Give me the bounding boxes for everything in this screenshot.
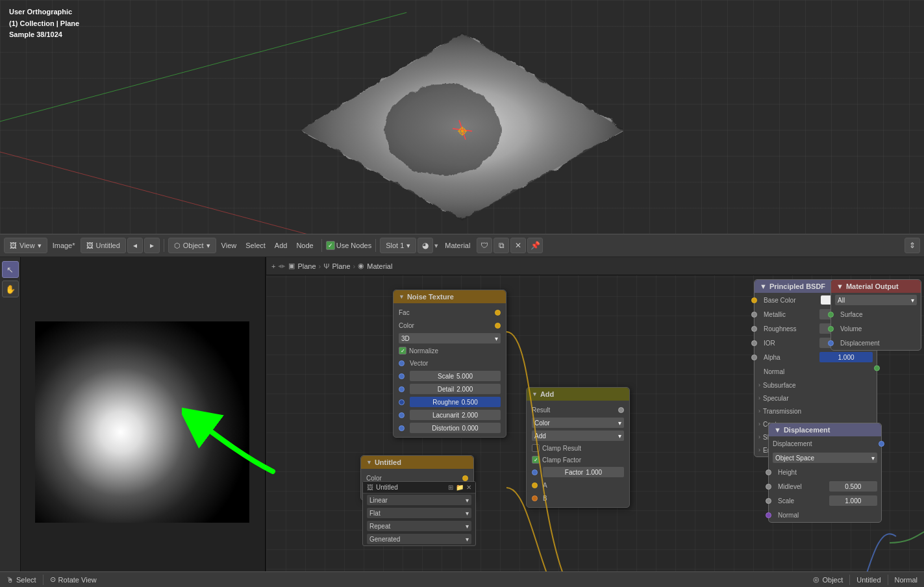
- add-mode-row[interactable]: Add ▾: [527, 429, 629, 442]
- clamp-factor-checkbox[interactable]: ✓: [532, 456, 540, 464]
- midlevel-socket: [766, 484, 771, 490]
- browse-icon[interactable]: 📁: [456, 484, 464, 491]
- repeat-dropdown[interactable]: Repeat ▾: [367, 521, 471, 531]
- pin-icon-btn[interactable]: 📌: [527, 238, 543, 253]
- volume-socket: [828, 326, 834, 332]
- expand-icon-btn[interactable]: ⇕: [905, 238, 920, 253]
- mat-all-row[interactable]: All ▾: [831, 293, 921, 307]
- linear-row[interactable]: Linear ▾: [363, 493, 475, 506]
- viewport-sample: Sample 38/1024: [9, 29, 79, 41]
- noise-mode-dropdown[interactable]: 3D ▾: [399, 333, 501, 343]
- flat-row[interactable]: Flat ▾: [363, 506, 475, 519]
- displacement-node[interactable]: ▼ Displacement Displacement Object Space…: [768, 423, 882, 523]
- noise-normalize-checkbox[interactable]: ✓: [399, 347, 406, 355]
- add-color-dropdown[interactable]: Color ▾: [532, 418, 624, 428]
- bsdf-alpha-row[interactable]: Alpha 1.000: [755, 350, 877, 364]
- noise-scale-row[interactable]: Scale 5.000: [393, 369, 506, 382]
- noise-lacunarity-socket: [399, 412, 405, 418]
- scale-field[interactable]: 1.000: [829, 495, 878, 506]
- noise-color-row: Color: [393, 319, 506, 332]
- noise-color-socket: [495, 323, 501, 329]
- use-nodes-label[interactable]: Use Nodes: [336, 242, 371, 249]
- noise-detail-field[interactable]: Detail 2.000: [410, 384, 501, 394]
- bsdf-transmission-row[interactable]: › Transmission: [755, 405, 877, 418]
- dropdown-arrow-2: ▾: [434, 242, 438, 250]
- add-color-row[interactable]: Color ▾: [527, 416, 629, 429]
- view1-button[interactable]: 🖼 View ▾: [4, 238, 47, 253]
- copy-icon-btn[interactable]: ⧉: [493, 238, 509, 253]
- midlevel-field[interactable]: 0.500: [829, 481, 878, 492]
- view2-button[interactable]: View: [218, 238, 241, 253]
- breadcrumb-bar: + ◂▸ ▣ Plane › Ψ Plane › ◉ Material: [266, 257, 924, 275]
- close-sub-icon[interactable]: ✕: [466, 484, 471, 491]
- extra-btn1[interactable]: ◂: [127, 238, 143, 253]
- extra-btn2[interactable]: ▸: [144, 238, 160, 253]
- bsdf-specular-row[interactable]: › Specular: [755, 392, 877, 405]
- noise-scale-socket: [399, 373, 405, 379]
- image-subpanel[interactable]: 🖼 Untitled ⊞ 📁 ✕ Linear ▾ Flat ▾ Repeat …: [362, 481, 476, 546]
- material-output-node[interactable]: ▼ Material Output All ▾ Surface Volume D…: [830, 279, 921, 351]
- select-button[interactable]: Select: [242, 238, 269, 253]
- breadcrumb-plane1[interactable]: Plane: [297, 262, 316, 270]
- disp-scale-row[interactable]: Scale 1.000: [769, 493, 881, 508]
- noise-lacunarity-row[interactable]: Lacunarit 2.000: [393, 408, 506, 421]
- add-node[interactable]: ▼ Add Result Color ▾ Add ▾: [526, 387, 630, 508]
- scroll-icon: ⊙: [50, 575, 56, 584]
- noise-normalize-row[interactable]: ✓ Normalize: [393, 345, 506, 356]
- mat-all-dropdown[interactable]: All ▾: [835, 295, 917, 305]
- noise-roughness-row[interactable]: Roughne 0.500: [393, 395, 506, 408]
- viewport: User Orthographic (1) Collection | Plane…: [0, 0, 924, 234]
- height-socket: [766, 469, 771, 475]
- add-clamp-factor-row[interactable]: ✓ Clamp Factor: [527, 454, 629, 466]
- disp-space-dropdown[interactable]: Object Space ▾: [773, 453, 877, 463]
- bsdf-metallic-socket: [751, 312, 757, 318]
- status-rotate: ⊙ Rotate View: [44, 575, 103, 584]
- noise-distortion-row[interactable]: Distortion 0.000: [393, 421, 506, 434]
- linear-dropdown[interactable]: Linear ▾: [367, 495, 471, 505]
- add-clamp-result-row[interactable]: Clamp Result: [527, 442, 629, 454]
- noise-detail-row[interactable]: Detail 2.000: [393, 382, 506, 395]
- bsdf-roughness-socket: [751, 326, 757, 332]
- breadcrumb-plane2[interactable]: Plane: [332, 262, 350, 270]
- untitled-dropdown[interactable]: 🖼 Untitled: [81, 238, 126, 253]
- disp-midlevel-row[interactable]: Midlevel 0.500: [769, 479, 881, 493]
- new-icon[interactable]: ⊞: [448, 484, 453, 491]
- tool-cursor[interactable]: ↖: [2, 261, 19, 278]
- use-nodes-checkbox[interactable]: ✓: [326, 241, 335, 250]
- mat-volume-row: Volume: [831, 321, 921, 336]
- noise-texture-node[interactable]: ▼ Noise Texture Fac Color 3D ▾ ✓ Normali…: [393, 290, 506, 438]
- disp-space-row[interactable]: Object Space ▾: [769, 451, 881, 465]
- normal-socket: [766, 512, 771, 518]
- shield-icon-btn[interactable]: 🛡: [477, 238, 492, 253]
- add-result-row: Result: [527, 403, 629, 416]
- noise-detail-socket: [399, 386, 405, 392]
- sphere-icon-btn[interactable]: ◕: [418, 238, 433, 253]
- add-a-socket: [532, 482, 538, 488]
- alpha-field[interactable]: 1.000: [819, 352, 873, 362]
- noise-lacunarity-field[interactable]: Lacunarit 2.000: [410, 410, 501, 420]
- repeat-row[interactable]: Repeat ▾: [363, 519, 475, 532]
- close-icon-btn[interactable]: ✕: [510, 238, 526, 253]
- image-preview: [35, 321, 249, 523]
- generated-dropdown[interactable]: Generated ▾: [367, 534, 471, 544]
- add-factor-row[interactable]: Factor 1.000: [527, 466, 629, 479]
- clamp-result-checkbox[interactable]: [532, 444, 540, 452]
- add-button[interactable]: Add: [271, 238, 292, 253]
- tool-hand[interactable]: ✋: [2, 281, 19, 297]
- generated-row[interactable]: Generated ▾: [363, 532, 475, 545]
- node-button[interactable]: Node: [292, 238, 317, 253]
- slot-dropdown[interactable]: Slot 1 ▾: [380, 238, 416, 253]
- flat-dropdown[interactable]: Flat ▾: [367, 508, 471, 518]
- noise-roughness-field[interactable]: Roughne 0.500: [410, 397, 501, 407]
- breadcrumb-material[interactable]: Material: [367, 262, 392, 270]
- bsdf-subsurface-row[interactable]: › Subsurface: [755, 379, 877, 392]
- noise-distortion-field[interactable]: Distortion 0.000: [410, 423, 501, 433]
- image-button[interactable]: Image*: [49, 238, 79, 253]
- add-factor-field[interactable]: Factor 1.000: [543, 467, 624, 477]
- mat-output-body: All ▾ Surface Volume Displacement: [831, 293, 921, 350]
- noise-mode-row[interactable]: 3D ▾: [393, 332, 506, 345]
- add-mode-dropdown[interactable]: Add ▾: [532, 431, 624, 441]
- noise-scale-field[interactable]: Scale 5.000: [410, 371, 501, 381]
- node-area[interactable]: + ◂▸ ▣ Plane › Ψ Plane › ◉ Material ▼ No…: [266, 257, 924, 587]
- node-editor-icon[interactable]: ⬡ Object ▾: [168, 238, 216, 253]
